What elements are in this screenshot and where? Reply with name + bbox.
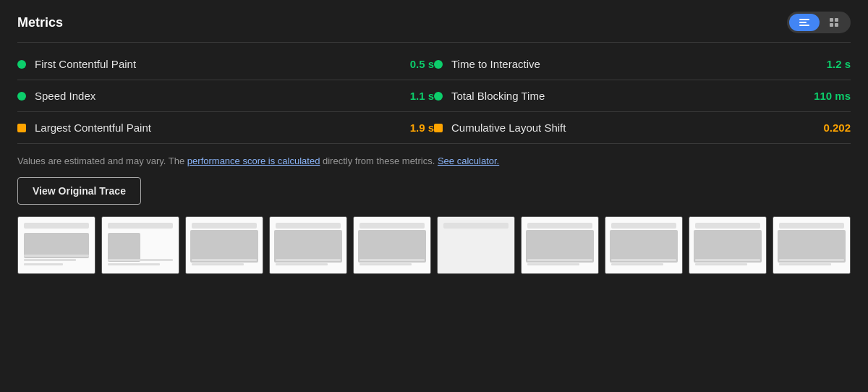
metrics-header: Metrics (17, 12, 851, 33)
list-view-button[interactable] (789, 14, 820, 31)
footnote-middle: directly from these metrics. (323, 155, 438, 166)
thumbnail-8 (605, 216, 683, 274)
metric-fcp-value: 0.5 s (396, 58, 434, 70)
thumbnail-10 (773, 216, 851, 274)
metric-si: Speed Index 1.1 s (17, 80, 434, 112)
thumbnail-4 (269, 216, 347, 274)
metric-cls-value: 0.202 (809, 122, 851, 134)
list-icon (799, 19, 809, 26)
metric-tbt-value: 110 ms (799, 90, 851, 102)
status-dot-green-4 (434, 92, 443, 101)
see-calculator-link[interactable]: See calculator. (438, 155, 499, 166)
thumbnail-3 (185, 216, 263, 274)
footnote: Values are estimated and may vary. The p… (17, 144, 851, 177)
metric-lcp-value: 1.9 s (396, 122, 434, 134)
metric-tti-value: 1.2 s (812, 58, 851, 70)
metric-lcp-label: Largest Contentful Paint (35, 122, 396, 134)
performance-score-link[interactable]: performance score is calculated (187, 155, 320, 166)
metric-fcp-label: First Contentful Paint (35, 58, 396, 70)
thumbnail-6 (437, 216, 515, 274)
thumbnail-2 (101, 216, 179, 274)
view-original-trace-button[interactable]: View Original Trace (17, 177, 141, 205)
metric-cls: Cumulative Layout Shift 0.202 (434, 112, 851, 144)
status-dot-green-3 (434, 60, 443, 69)
thumbnail-1 (17, 216, 95, 274)
header-divider (17, 42, 851, 43)
metric-tti: Time to Interactive 1.2 s (434, 48, 851, 80)
grid-icon (830, 18, 838, 27)
thumbnail-5 (353, 216, 431, 274)
metric-tbt: Total Blocking Time 110 ms (434, 80, 851, 112)
metric-fcp: First Contentful Paint 0.5 s (17, 48, 434, 80)
status-dot-orange-2 (434, 124, 443, 132)
metrics-section: First Contentful Paint 0.5 s Speed Index… (17, 48, 851, 144)
metric-tti-label: Time to Interactive (451, 58, 812, 70)
metric-lcp: Largest Contentful Paint 1.9 s (17, 112, 434, 144)
status-dot-green (17, 60, 26, 69)
metric-cls-label: Cumulative Layout Shift (451, 122, 809, 134)
metric-tbt-label: Total Blocking Time (451, 90, 799, 102)
metric-si-label: Speed Index (35, 90, 396, 102)
footnote-prefix: Values are estimated and may vary. The (17, 155, 187, 166)
status-dot-orange (17, 124, 26, 132)
metrics-column-left: First Contentful Paint 0.5 s Speed Index… (17, 48, 434, 144)
grid-view-button[interactable] (820, 14, 848, 31)
view-toggle (787, 12, 851, 33)
thumbnail-7 (521, 216, 599, 274)
page-title: Metrics (17, 15, 63, 30)
status-dot-green-2 (17, 92, 26, 101)
thumbnails-strip (17, 216, 851, 274)
metric-si-value: 1.1 s (396, 90, 434, 102)
thumbnail-9 (689, 216, 767, 274)
metrics-column-right: Time to Interactive 1.2 s Total Blocking… (434, 48, 851, 144)
